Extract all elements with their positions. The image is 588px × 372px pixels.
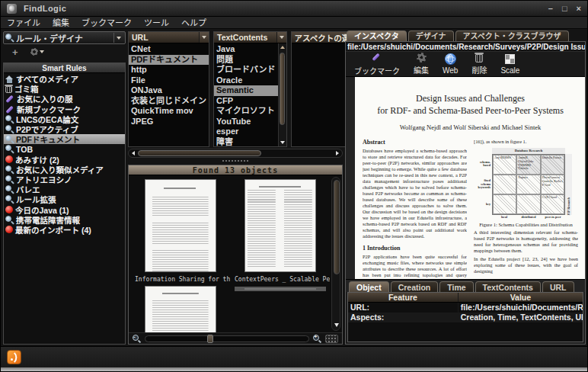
zoom-out-icon[interactable]: -	[133, 335, 141, 343]
filter-item[interactable]: 障害	[214, 137, 278, 147]
gear-icon	[417, 53, 427, 63]
add-rule-button[interactable]: +	[12, 47, 18, 57]
close-button[interactable]: ×	[577, 5, 581, 13]
scroll-left-icon[interactable]	[129, 151, 138, 156]
filter-item[interactable]: 衣装と同じドメイン	[129, 96, 209, 107]
menu-item[interactable]: ブックマーク	[75, 17, 138, 29]
filter-item[interactable]: Java	[214, 44, 278, 55]
sidebar-item[interactable]: すべてのメディア	[4, 74, 125, 84]
figure-caption: Figure 1: Schema Capabilities and Distri…	[474, 222, 578, 228]
chevron-down-icon[interactable]	[276, 32, 286, 43]
detail-tab[interactable]: TextContents	[475, 281, 541, 292]
detail-tab[interactable]: Creation	[391, 281, 439, 292]
maximize-button[interactable]: □	[562, 5, 567, 13]
view-selector-dropdown[interactable]: ルール・デザイナ	[3, 31, 126, 44]
filter-item[interactable]: ブロードバンド	[214, 65, 278, 75]
filter-item[interactable]: YouTube	[214, 117, 278, 127]
scrollbar-thumb[interactable]	[138, 150, 261, 156]
filter-item[interactable]: File	[129, 75, 209, 86]
zoom-slider[interactable]	[145, 335, 309, 342]
actions-menu-button[interactable]	[30, 48, 44, 56]
file-path: file:/Users/shuichi/Documents/Research/S…	[346, 42, 585, 52]
view-toggle-button[interactable]	[325, 335, 338, 343]
reddot-icon	[5, 156, 13, 163]
sidebar-item[interactable]: 新規ブックマーク	[4, 104, 125, 114]
zoom-in-icon[interactable]: +	[313, 335, 321, 343]
sidebar-item[interactable]: アトリエヨシノ	[4, 175, 125, 184]
filter-item[interactable]: マイクロソフト	[214, 106, 278, 117]
sidebar-item[interactable]: LNCSのECA論文	[4, 114, 125, 124]
filter-item[interactable]: Oracle	[214, 75, 278, 86]
filter-item[interactable]: 問題	[214, 55, 278, 66]
sidebar-item[interactable]: お気に入り類似メディア	[4, 165, 125, 175]
sidebar-item[interactable]: お気に入りの服	[4, 94, 125, 104]
results-panel: Found 13 objects Information Sharing for…	[128, 165, 343, 345]
menu-item[interactable]: ツール	[138, 17, 175, 29]
menu-item[interactable]: 編集	[46, 17, 75, 29]
detail-tab[interactable]: Object	[349, 281, 389, 292]
sidebar-item[interactable]: TOB	[4, 144, 125, 154]
filter-item[interactable]: Semantic	[214, 85, 278, 96]
chevron-down-icon[interactable]	[113, 33, 123, 43]
document-preview: Design Issues and Challenges for RDF- an…	[346, 77, 585, 280]
magnifier-icon	[5, 115, 14, 123]
textcontents-filter-list: Java問題ブロードバンドOracleSemanticCFPマイクロソフトYou…	[214, 43, 278, 146]
filter-item[interactable]: CFP	[214, 96, 278, 107]
scroll-down-icon[interactable]	[334, 323, 339, 327]
menu-item[interactable]: ヘルプ	[175, 17, 213, 29]
scroll-down-icon[interactable]	[280, 141, 285, 144]
rss-icon[interactable]	[7, 350, 21, 364]
toolbar-button[interactable]: Scale	[494, 53, 526, 75]
filter-item[interactable]: PDFドキュメント	[129, 55, 209, 66]
inspector-tab[interactable]: インスペクタ	[347, 30, 407, 41]
result-thumbnail[interactable]	[130, 287, 230, 332]
sidebar-item[interactable]: ルール拡張	[4, 194, 125, 204]
filter-item[interactable]: QuickTime mov	[129, 106, 209, 117]
result-thumbnail-selected[interactable]	[230, 287, 330, 332]
textcontents-column-dropdown[interactable]: TextContents	[214, 32, 286, 43]
vertical-scrollbar[interactable]	[331, 177, 340, 331]
inspector-tab[interactable]: デザイナ	[408, 30, 454, 41]
filter-item[interactable]: CNet	[129, 44, 209, 55]
horizontal-scrollbar[interactable]	[128, 149, 343, 158]
menu-item[interactable]: ファイル	[1, 17, 46, 29]
toolbar-button[interactable]: 削除	[465, 53, 494, 75]
sidebar-item[interactable]: PDFドキュメント	[4, 134, 125, 144]
sidebar-item[interactable]: あみすけ (2)	[4, 155, 125, 165]
chevron-down-icon[interactable]	[199, 32, 209, 43]
table-row[interactable]: URL: file:/Users/shuichi/Documents/R...	[348, 303, 583, 313]
window-resize-edge[interactable]	[1, 367, 587, 371]
filter-item[interactable]: http	[129, 65, 209, 75]
sidebar-item[interactable]: 今日のJava (1)	[4, 204, 125, 214]
scrollbar-thumb[interactable]	[280, 53, 285, 125]
filter-item[interactable]: JPEG	[129, 117, 209, 127]
vertical-scrollbar[interactable]	[278, 43, 286, 146]
sidebar-item[interactable]: 最新のインポート (4)	[4, 225, 125, 235]
toolbar-button-label: Scale	[500, 66, 519, 75]
sidebar-item-label: TOB	[16, 145, 33, 154]
feature-table-header: Feature Value	[348, 293, 583, 303]
filter-item[interactable]: ONJava	[129, 85, 209, 96]
scrollbar-thumb[interactable]	[334, 180, 340, 274]
toolbar-button[interactable]: 編集	[407, 53, 436, 75]
toolbar-button[interactable]: ブックマーク	[347, 53, 407, 75]
detail-tab[interactable]: URL	[542, 281, 574, 292]
result-thumbnail[interactable]	[230, 180, 330, 274]
detail-tab[interactable]: Time	[439, 281, 473, 292]
table-row[interactable]: Aspects: Creation, Time, TextContents, U…	[348, 313, 583, 322]
sidebar-item[interactable]: 携帯電話障害情報	[4, 215, 125, 225]
scroll-right-icon[interactable]	[333, 151, 342, 156]
result-thumbnail[interactable]	[130, 180, 230, 274]
minimize-button[interactable]: –	[548, 5, 553, 13]
filter-column-url: URL CNetPDFドキュメントhttpFileONJava衣装と同じドメイン…	[128, 31, 209, 147]
scroll-up-icon[interactable]	[280, 46, 285, 49]
toolbar-button[interactable]: Web	[436, 53, 465, 75]
zoom-slider-thumb[interactable]	[207, 335, 213, 343]
sidebar-item[interactable]: ゴミ箱	[4, 84, 125, 94]
sidebar-item[interactable]: バレエ	[4, 184, 125, 194]
filter-item[interactable]: esper	[214, 127, 278, 137]
inspector-tab[interactable]: アスペクト・クラスブラウザ	[455, 30, 569, 41]
splitter-handle[interactable]	[128, 158, 343, 163]
sidebar-item[interactable]: P2Pでアクティブ	[4, 124, 125, 134]
url-column-dropdown[interactable]: URL	[129, 32, 209, 43]
